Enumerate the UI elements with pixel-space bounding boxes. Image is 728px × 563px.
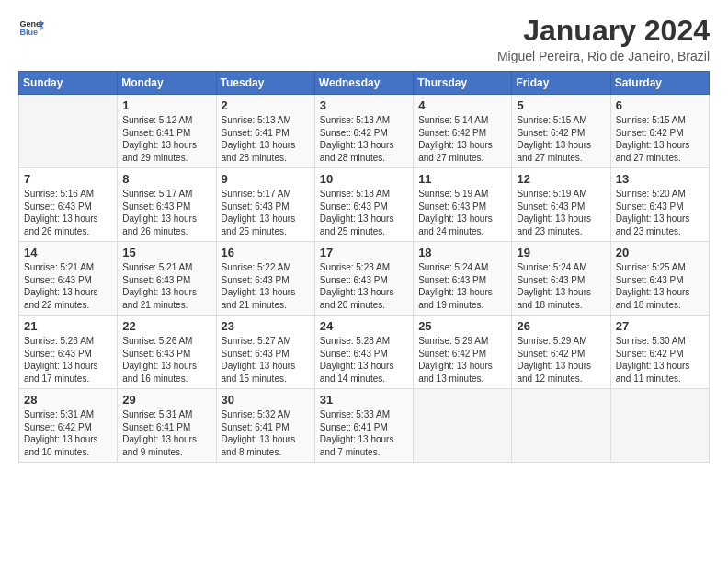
day-of-week-header: Wednesday [314,72,413,95]
logo: General Blue [18,15,44,40]
day-of-week-header: Monday [118,72,216,95]
day-number: 5 [517,98,605,112]
day-number: 13 [616,172,704,186]
calendar-cell: 1Sunrise: 5:12 AMSunset: 6:41 PMDaylight… [118,95,216,168]
day-number: 9 [222,172,310,186]
day-number: 31 [320,393,408,407]
calendar-cell: 17Sunrise: 5:23 AMSunset: 6:43 PMDayligh… [314,242,413,316]
day-info: Sunrise: 5:24 AMSunset: 6:43 PMDaylight:… [517,261,605,311]
day-of-week-header: Thursday [414,72,512,95]
day-number: 15 [122,246,210,259]
day-number: 6 [616,98,704,112]
svg-text:Blue: Blue [19,28,38,37]
title-block: January 2024 Miguel Pereira, Rio de Jane… [497,15,710,63]
calendar-cell: 22Sunrise: 5:26 AMSunset: 6:43 PMDayligh… [118,316,216,389]
calendar-cell: 9Sunrise: 5:17 AMSunset: 6:43 PMDaylight… [216,168,314,242]
calendar-week-row: 28Sunrise: 5:31 AMSunset: 6:42 PMDayligh… [19,389,710,463]
calendar-cell: 20Sunrise: 5:25 AMSunset: 6:43 PMDayligh… [610,242,709,316]
calendar-cell: 19Sunrise: 5:24 AMSunset: 6:43 PMDayligh… [512,242,610,316]
day-number: 24 [320,319,408,333]
day-number: 29 [122,393,210,407]
calendar-cell: 31Sunrise: 5:33 AMSunset: 6:41 PMDayligh… [314,389,413,463]
day-number: 21 [24,319,112,333]
calendar-cell: 2Sunrise: 5:13 AMSunset: 6:41 PMDaylight… [216,95,314,168]
calendar-cell [19,95,118,168]
day-info: Sunrise: 5:21 AMSunset: 6:43 PMDaylight:… [24,261,112,311]
calendar-cell [610,389,709,463]
day-number: 27 [616,319,704,333]
day-number: 12 [517,172,605,186]
calendar-table: SundayMondayTuesdayWednesdayThursdayFrid… [18,71,710,463]
calendar-cell: 5Sunrise: 5:15 AMSunset: 6:42 PMDaylight… [512,95,610,168]
day-info: Sunrise: 5:17 AMSunset: 6:43 PMDaylight:… [222,188,310,237]
day-number: 17 [320,246,408,259]
calendar-cell: 14Sunrise: 5:21 AMSunset: 6:43 PMDayligh… [19,242,118,316]
calendar-cell: 11Sunrise: 5:19 AMSunset: 6:43 PMDayligh… [414,168,512,242]
day-number: 2 [222,98,310,112]
day-info: Sunrise: 5:32 AMSunset: 6:41 PMDaylight:… [222,408,310,458]
day-number: 14 [24,246,112,259]
calendar-cell [414,389,512,463]
day-info: Sunrise: 5:31 AMSunset: 6:41 PMDaylight:… [122,408,210,458]
day-info: Sunrise: 5:23 AMSunset: 6:43 PMDaylight:… [320,261,408,311]
day-info: Sunrise: 5:18 AMSunset: 6:43 PMDaylight:… [320,188,408,237]
calendar-week-row: 7Sunrise: 5:16 AMSunset: 6:43 PMDaylight… [19,168,710,242]
day-info: Sunrise: 5:26 AMSunset: 6:43 PMDaylight:… [24,335,112,385]
day-of-week-header: Friday [512,72,610,95]
day-info: Sunrise: 5:15 AMSunset: 6:42 PMDaylight:… [517,114,605,164]
calendar-cell: 15Sunrise: 5:21 AMSunset: 6:43 PMDayligh… [118,242,216,316]
calendar-week-row: 14Sunrise: 5:21 AMSunset: 6:43 PMDayligh… [19,242,710,316]
day-info: Sunrise: 5:19 AMSunset: 6:43 PMDaylight:… [418,188,506,237]
day-info: Sunrise: 5:29 AMSunset: 6:42 PMDaylight:… [418,335,506,385]
day-number: 11 [418,172,506,186]
calendar-cell: 28Sunrise: 5:31 AMSunset: 6:42 PMDayligh… [19,389,118,463]
day-number: 23 [222,319,310,333]
day-number: 8 [122,172,210,186]
calendar-cell: 25Sunrise: 5:29 AMSunset: 6:42 PMDayligh… [414,316,512,389]
calendar-cell: 7Sunrise: 5:16 AMSunset: 6:43 PMDaylight… [19,168,118,242]
day-info: Sunrise: 5:17 AMSunset: 6:43 PMDaylight:… [122,188,210,237]
calendar-header-row: SundayMondayTuesdayWednesdayThursdayFrid… [19,72,710,95]
day-of-week-header: Sunday [19,72,118,95]
day-number: 22 [122,319,210,333]
day-number: 30 [222,393,310,407]
day-info: Sunrise: 5:33 AMSunset: 6:41 PMDaylight:… [320,408,408,458]
calendar-cell: 12Sunrise: 5:19 AMSunset: 6:43 PMDayligh… [512,168,610,242]
day-number: 10 [320,172,408,186]
calendar-cell: 18Sunrise: 5:24 AMSunset: 6:43 PMDayligh… [414,242,512,316]
day-info: Sunrise: 5:15 AMSunset: 6:42 PMDaylight:… [616,114,704,164]
day-number: 26 [517,319,605,333]
day-info: Sunrise: 5:26 AMSunset: 6:43 PMDaylight:… [122,335,210,385]
logo-icon: General Blue [18,15,44,40]
day-info: Sunrise: 5:12 AMSunset: 6:41 PMDaylight:… [122,114,210,164]
day-number: 3 [320,98,408,112]
day-info: Sunrise: 5:20 AMSunset: 6:43 PMDaylight:… [616,188,704,237]
calendar-cell: 26Sunrise: 5:29 AMSunset: 6:42 PMDayligh… [512,316,610,389]
page-header: General Blue January 2024 Miguel Pereira… [18,15,710,63]
day-number: 4 [418,98,506,112]
day-number: 20 [616,246,704,259]
day-info: Sunrise: 5:13 AMSunset: 6:41 PMDaylight:… [222,114,310,164]
day-info: Sunrise: 5:14 AMSunset: 6:42 PMDaylight:… [418,114,506,164]
day-info: Sunrise: 5:16 AMSunset: 6:43 PMDaylight:… [24,188,112,237]
calendar-cell: 3Sunrise: 5:13 AMSunset: 6:42 PMDaylight… [314,95,413,168]
day-number: 1 [122,98,210,112]
calendar-cell: 13Sunrise: 5:20 AMSunset: 6:43 PMDayligh… [610,168,709,242]
day-info: Sunrise: 5:31 AMSunset: 6:42 PMDaylight:… [24,408,112,458]
day-info: Sunrise: 5:19 AMSunset: 6:43 PMDaylight:… [517,188,605,237]
calendar-cell: 4Sunrise: 5:14 AMSunset: 6:42 PMDaylight… [414,95,512,168]
calendar-cell: 16Sunrise: 5:22 AMSunset: 6:43 PMDayligh… [216,242,314,316]
day-info: Sunrise: 5:27 AMSunset: 6:43 PMDaylight:… [222,335,310,385]
day-info: Sunrise: 5:25 AMSunset: 6:43 PMDaylight:… [616,261,704,311]
day-number: 16 [222,246,310,259]
calendar-cell: 30Sunrise: 5:32 AMSunset: 6:41 PMDayligh… [216,389,314,463]
day-number: 25 [418,319,506,333]
day-of-week-header: Tuesday [216,72,314,95]
month-title: January 2024 [497,15,710,47]
calendar-cell: 10Sunrise: 5:18 AMSunset: 6:43 PMDayligh… [314,168,413,242]
calendar-cell: 6Sunrise: 5:15 AMSunset: 6:42 PMDaylight… [610,95,709,168]
day-info: Sunrise: 5:30 AMSunset: 6:42 PMDaylight:… [616,335,704,385]
day-info: Sunrise: 5:13 AMSunset: 6:42 PMDaylight:… [320,114,408,164]
day-number: 28 [24,393,112,407]
day-number: 7 [24,172,112,186]
